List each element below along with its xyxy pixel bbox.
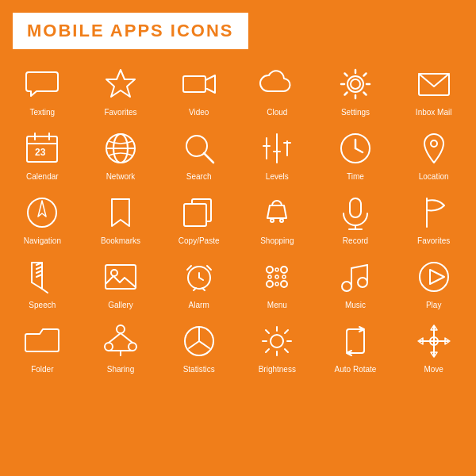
svg-point-25 <box>431 140 437 147</box>
icon-cell-music[interactable]: Music <box>317 250 395 314</box>
svg-point-66 <box>129 343 136 351</box>
music-label: Music <box>345 301 366 309</box>
time-icon <box>335 128 376 169</box>
icon-cell-favorites-star[interactable]: Favorites <box>82 57 160 121</box>
statistics-icon <box>178 321 220 362</box>
icon-cell-auto-rotate[interactable]: Auto Rotate <box>317 314 395 378</box>
icon-cell-levels[interactable]: Levels <box>238 121 317 186</box>
icon-cell-menu[interactable]: Menu <box>238 250 317 314</box>
svg-point-3 <box>351 79 360 89</box>
icon-cell-folder[interactable]: Folder <box>3 314 82 378</box>
svg-line-45 <box>199 278 203 280</box>
icon-cell-location[interactable]: Location <box>394 121 473 186</box>
svg-rect-41 <box>106 265 136 289</box>
folder-icon <box>21 321 63 362</box>
move-icon <box>413 321 455 362</box>
icon-cell-calendar[interactable]: 23Calendar <box>3 121 82 186</box>
svg-point-48 <box>267 267 273 273</box>
svg-line-80 <box>266 349 269 352</box>
settings-label: Settings <box>341 108 370 117</box>
auto-rotate-icon <box>335 321 376 362</box>
levels-icon <box>256 128 298 169</box>
favorites-star-label: Favorites <box>104 108 136 117</box>
svg-point-51 <box>281 281 287 287</box>
play-label: Play <box>426 301 441 309</box>
icon-cell-favorites-flag[interactable]: Favorites <box>394 186 473 250</box>
title-bar: MOBILE APPS ICONS <box>13 13 248 49</box>
record-icon <box>335 192 376 233</box>
icon-cell-alarm[interactable]: Alarm <box>159 250 238 314</box>
icon-cell-shopping[interactable]: Shopping <box>238 186 317 250</box>
location-label: Location <box>419 172 449 181</box>
icon-cell-cloud[interactable]: Cloud <box>238 57 317 121</box>
svg-point-29 <box>271 219 274 222</box>
music-icon <box>335 256 376 298</box>
svg-point-52 <box>268 275 271 278</box>
icon-cell-play[interactable]: Play <box>394 250 473 314</box>
svg-line-68 <box>121 333 132 343</box>
cloud-icon <box>256 63 298 105</box>
search-label: Search <box>186 172 212 181</box>
icon-cell-settings[interactable]: Settings <box>317 57 395 121</box>
icon-cell-navigation[interactable]: Navigation <box>3 186 82 250</box>
svg-line-77 <box>266 330 269 333</box>
video-label: Video <box>189 108 209 117</box>
icon-cell-inbox-mail[interactable]: Inbox Mail <box>394 57 473 121</box>
favorites-flag-icon <box>413 192 455 233</box>
svg-point-56 <box>275 275 278 278</box>
svg-rect-31 <box>350 198 361 217</box>
icon-cell-gallery[interactable]: Gallery <box>82 250 160 314</box>
levels-label: Levels <box>266 172 289 181</box>
svg-point-55 <box>275 282 278 286</box>
icon-cell-record[interactable]: Record <box>317 186 395 250</box>
icon-cell-time[interactable]: Time <box>317 121 395 186</box>
svg-line-15 <box>204 153 213 163</box>
sharing-icon <box>100 321 141 362</box>
folder-label: Folder <box>31 365 53 374</box>
time-label: Time <box>347 172 364 181</box>
alarm-label: Alarm <box>189 301 209 309</box>
icon-cell-network[interactable]: Network <box>82 121 160 186</box>
svg-rect-28 <box>184 204 206 226</box>
icon-cell-move[interactable]: Move <box>394 314 473 378</box>
network-icon <box>100 128 141 169</box>
texting-icon <box>21 63 63 105</box>
svg-rect-81 <box>347 329 364 353</box>
icon-cell-copy-paste[interactable]: Copy/Paste <box>159 186 238 250</box>
bookmarks-label: Bookmarks <box>101 236 140 245</box>
calendar-label: Calendar <box>26 172 59 181</box>
page-title: MOBILE APPS ICONS <box>27 21 234 40</box>
icon-cell-video[interactable]: Video <box>159 57 238 121</box>
svg-marker-2 <box>205 75 215 93</box>
brightness-icon <box>256 321 298 362</box>
svg-line-38 <box>36 271 42 273</box>
svg-point-50 <box>267 281 273 287</box>
navigation-icon <box>21 192 63 233</box>
svg-point-42 <box>111 270 117 276</box>
icon-cell-texting[interactable]: Texting <box>3 57 82 121</box>
play-icon <box>413 256 455 298</box>
icon-cell-bookmarks[interactable]: Bookmarks <box>82 186 160 250</box>
navigation-label: Navigation <box>24 236 61 245</box>
svg-line-24 <box>355 148 363 152</box>
menu-label: Menu <box>267 301 287 309</box>
bookmarks-icon <box>100 192 141 233</box>
network-label: Network <box>106 172 136 181</box>
gallery-icon <box>100 256 141 298</box>
icon-cell-sharing[interactable]: Sharing <box>82 314 160 378</box>
icon-cell-statistics[interactable]: Statistics <box>159 314 238 378</box>
calendar-icon: 23 <box>21 128 63 169</box>
inbox-mail-label: Inbox Mail <box>416 108 452 117</box>
svg-line-40 <box>42 289 48 293</box>
move-label: Move <box>424 365 443 374</box>
favorites-star-icon <box>100 63 141 105</box>
menu-icon <box>256 256 298 298</box>
auto-rotate-label: Auto Rotate <box>335 365 377 374</box>
icon-cell-search[interactable]: Search <box>159 121 238 186</box>
icon-cell-speech[interactable]: Speech <box>3 250 82 314</box>
speech-icon <box>21 256 63 298</box>
texting-label: Texting <box>29 108 55 117</box>
icon-cell-brightness[interactable]: Brightness <box>238 314 317 378</box>
sharing-label: Sharing <box>107 365 134 374</box>
alarm-icon <box>178 256 220 298</box>
